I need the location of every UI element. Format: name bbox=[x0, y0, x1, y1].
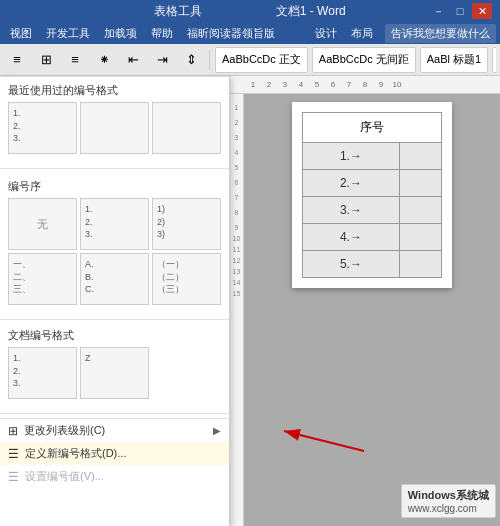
main-content: 最近使用过的编号格式 1.2.3. 编号序 bbox=[0, 76, 500, 526]
menu-addins[interactable]: 加载项 bbox=[98, 24, 143, 43]
table-row: 5.→ bbox=[303, 251, 442, 278]
numbering-items-grid: 无 1.2.3. 1)2)3) 一、二、三、 bbox=[8, 198, 221, 305]
list-num-1: 1.→ bbox=[340, 149, 362, 163]
watermark: Windows系统城 www.xclgg.com bbox=[401, 484, 496, 518]
ruler-2: 2 bbox=[261, 80, 277, 89]
table-cell-4: 4.→ bbox=[303, 224, 400, 251]
ruler: 1 2 3 4 5 6 7 8 9 10 bbox=[230, 76, 500, 94]
v-ruler-5: 5 bbox=[235, 164, 239, 171]
doc-title-part: 表格工具 bbox=[154, 4, 202, 18]
v-ruler-7: 7 bbox=[235, 194, 239, 201]
ribbon-btn-indent-dec[interactable]: ⇤ bbox=[120, 48, 146, 72]
vertical-ruler: 1 2 3 4 5 6 7 8 9 10 11 12 13 14 15 bbox=[230, 94, 244, 526]
menu-define-new[interactable]: ☰ 定义新编号格式(D)... bbox=[0, 442, 229, 465]
page-background: 序号 1.→ 2.→ bbox=[244, 94, 500, 526]
v-ruler-6: 6 bbox=[235, 179, 239, 186]
menu-devtools[interactable]: 开发工具 bbox=[40, 24, 96, 43]
doc-format-grid: 1.2.3. Z bbox=[8, 347, 221, 399]
ribbon-btn-3[interactable]: ≡ bbox=[62, 48, 88, 72]
menu-view[interactable]: 视图 bbox=[4, 24, 38, 43]
menu-change-level[interactable]: ⊞ 更改列表级别(C) ▶ bbox=[0, 419, 229, 442]
table-cell-2: 2.→ bbox=[303, 170, 400, 197]
search-box[interactable]: 告诉我您想要做什么 bbox=[391, 26, 490, 41]
numbering-item-chinese[interactable]: 一、二、三、 bbox=[8, 253, 77, 305]
red-arrow-annotation bbox=[274, 421, 394, 471]
numbering-arabic-lines: 1.2.3. bbox=[85, 203, 144, 241]
v-ruler-12: 12 bbox=[233, 257, 241, 264]
v-ruler-10: 10 bbox=[233, 235, 241, 242]
menu-layout[interactable]: 布局 bbox=[345, 24, 379, 43]
ruler-6: 6 bbox=[325, 80, 341, 89]
none-label: 无 bbox=[37, 217, 48, 232]
recent-item-1[interactable]: 1.2.3. bbox=[8, 102, 77, 154]
table-cell-3: 3.→ bbox=[303, 197, 400, 224]
v-ruler-4: 4 bbox=[235, 149, 239, 156]
ruler-8: 8 bbox=[357, 80, 373, 89]
document-page: 序号 1.→ 2.→ bbox=[292, 102, 452, 288]
v-ruler-9: 9 bbox=[235, 224, 239, 231]
watermark-line2: www.xclgg.com bbox=[408, 503, 489, 514]
doc-format-item-2[interactable]: Z bbox=[80, 347, 149, 399]
title-bar: 表格工具 文档1 - Word － □ ✕ bbox=[0, 0, 500, 22]
document-table: 序号 1.→ 2.→ bbox=[302, 112, 442, 278]
numbering-item-arabic[interactable]: 1.2.3. bbox=[80, 198, 149, 250]
table-row: 4.→ bbox=[303, 224, 442, 251]
numbering-item-alpha[interactable]: A.B.C. bbox=[80, 253, 149, 305]
ruler-marks: 1 2 3 4 5 6 7 8 9 10 bbox=[245, 80, 405, 89]
ruler-4: 4 bbox=[293, 80, 309, 89]
table-cell-1b bbox=[399, 143, 441, 170]
ribbon-btn-1[interactable]: ≡ bbox=[4, 48, 30, 72]
style-normal[interactable]: AaBbCcDc 正文 bbox=[215, 47, 308, 73]
define-new-label: 定义新编号格式(D)... bbox=[25, 446, 126, 461]
numbering-dropdown: 最近使用过的编号格式 1.2.3. 编号序 bbox=[0, 76, 230, 526]
numbering-item-paren[interactable]: 1)2)3) bbox=[152, 198, 221, 250]
submenu-arrow-icon: ▶ bbox=[213, 425, 221, 436]
v-ruler-8: 8 bbox=[235, 209, 239, 216]
ribbon-btn-indent-inc[interactable]: ⇥ bbox=[149, 48, 175, 72]
recent-item-1-lines: 1.2.3. bbox=[13, 107, 72, 145]
recent-item-3[interactable] bbox=[152, 102, 221, 154]
numbering-section-title: 编号序 bbox=[8, 179, 221, 194]
style-heading2[interactable]: AaBbC 标题2 bbox=[492, 47, 496, 73]
list-num-3: 3.→ bbox=[340, 203, 362, 217]
doc-format-item-1[interactable]: 1.2.3. bbox=[8, 347, 77, 399]
menu-design[interactable]: 设计 bbox=[309, 24, 343, 43]
numbering-section: 编号序 无 1.2.3. 1)2)3) 一、二、三、 bbox=[0, 173, 229, 315]
ruler-5: 5 bbox=[309, 80, 325, 89]
list-num-2: 2.→ bbox=[340, 176, 362, 190]
ribbon-btn-4[interactable]: ⁕ bbox=[91, 48, 117, 72]
numbering-item-chinese-paren[interactable]: （一）（二）（三） bbox=[152, 253, 221, 305]
style-no-spacing[interactable]: AaBbCcDc 无间距 bbox=[312, 47, 416, 73]
menu-foxit[interactable]: 福昕阅读器领旨版 bbox=[181, 24, 281, 43]
app-title: 表格工具 文档1 - Word bbox=[154, 3, 345, 20]
v-ruler-11: 11 bbox=[233, 246, 241, 253]
app-name: 文档1 - Word bbox=[276, 4, 346, 18]
style-heading1[interactable]: AaBl 标题1 bbox=[420, 47, 488, 73]
menu-help[interactable]: 帮助 bbox=[145, 24, 179, 43]
document-area: 1 2 3 4 5 6 7 8 9 10 1 2 3 4 5 6 7 bbox=[230, 76, 500, 526]
minimize-button[interactable]: － bbox=[428, 3, 448, 19]
menu-bar: 视图 开发工具 加载项 帮助 福昕阅读器领旨版 设计 布局 告诉我您想要做什么 bbox=[0, 22, 500, 44]
ribbon-btn-7[interactable]: ⇕ bbox=[178, 48, 204, 72]
recent-item-2[interactable] bbox=[80, 102, 149, 154]
table-row: 3.→ bbox=[303, 197, 442, 224]
list-num-5: 5.→ bbox=[340, 257, 362, 271]
numbering-none[interactable]: 无 bbox=[8, 198, 77, 250]
table-cell-5: 5.→ bbox=[303, 251, 400, 278]
bottom-menu: ⊞ 更改列表级别(C) ▶ ☰ 定义新编号格式(D)... ☰ 设置编号值(V)… bbox=[0, 418, 229, 488]
restore-button[interactable]: □ bbox=[450, 3, 470, 19]
svg-line-1 bbox=[284, 431, 364, 451]
watermark-line1: Windows系统城 bbox=[408, 488, 489, 503]
v-ruler-3: 3 bbox=[235, 134, 239, 141]
ribbon-btn-2[interactable]: ⊞ bbox=[33, 48, 59, 72]
ribbon-toolbar: ≡ ⊞ ≡ ⁕ ⇤ ⇥ ⇕ AaBbCcDc 正文 AaBbCcDc 无间距 A… bbox=[0, 44, 500, 76]
table-row: 1.→ bbox=[303, 143, 442, 170]
set-value-icon: ☰ bbox=[8, 470, 19, 484]
close-button[interactable]: ✕ bbox=[472, 3, 492, 19]
set-value-label: 设置编号值(V)... bbox=[25, 469, 104, 484]
window-controls: － □ ✕ bbox=[428, 3, 492, 19]
table-cell-2b bbox=[399, 170, 441, 197]
table-row: 2.→ bbox=[303, 170, 442, 197]
ruler-9: 9 bbox=[373, 80, 389, 89]
table-header-sn: 序号 bbox=[303, 113, 442, 143]
